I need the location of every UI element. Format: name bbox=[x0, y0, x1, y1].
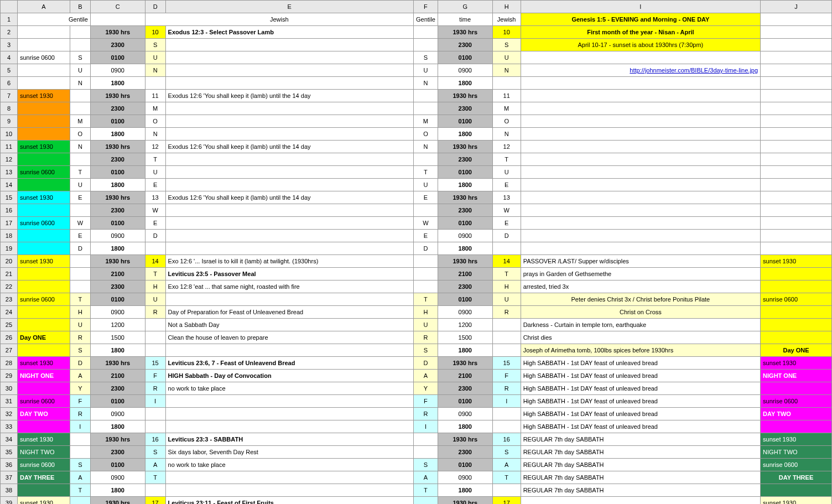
spreadsheet: ABCDEFGHIJ 1GentileJewishGentiletimeJewi… bbox=[0, 0, 832, 504]
link[interactable]: http://johnmeister.com/BIBLE/3day-time-l… bbox=[521, 64, 760, 77]
col-headers: ABCDEFGHIJ bbox=[1, 1, 832, 13]
banner-line1: Genesis 1:5 - EVENING and Morning - ONE … bbox=[521, 13, 760, 26]
header-gentile-a[interactable]: Gentile bbox=[17, 13, 90, 26]
header-jewish[interactable]: Jewish bbox=[145, 13, 413, 26]
